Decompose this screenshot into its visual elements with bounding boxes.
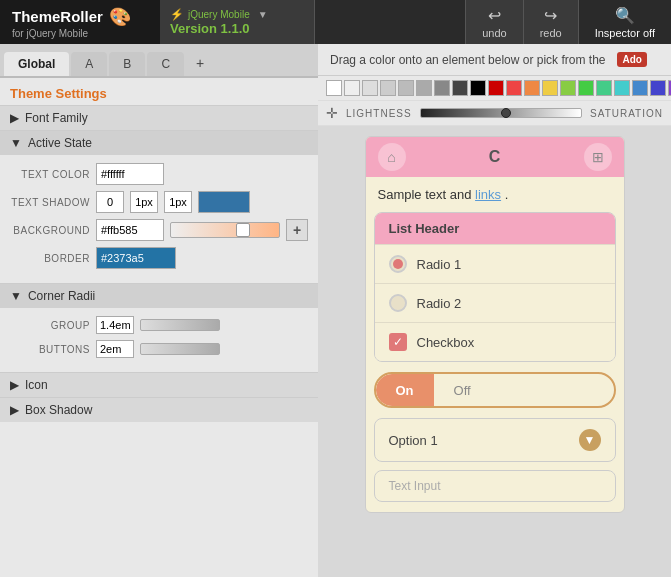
text-shadow-label: TEXT SHADOW (10, 197, 90, 208)
icon-section[interactable]: ▶ Icon (0, 372, 318, 397)
top-bar: ThemeRoller 🎨 for jQuery Mobile ⚡ jQuery… (0, 0, 671, 44)
box-shadow-section[interactable]: ▶ Box Shadow (0, 397, 318, 422)
background-slider[interactable] (170, 222, 280, 238)
checkbox-button[interactable]: ✓ (389, 333, 407, 351)
select-container[interactable]: Option 1 ▼ (374, 418, 616, 462)
tab-a[interactable]: A (71, 52, 107, 76)
border-label: BORDER (10, 253, 90, 264)
text-shadow-offset1[interactable] (96, 191, 124, 213)
list-header: List Header (375, 213, 615, 244)
checkbox-label: Checkbox (417, 335, 475, 350)
list-item-checkbox[interactable]: ✓ Checkbox (375, 322, 615, 361)
group-radius-input[interactable] (96, 316, 134, 334)
inspector-button[interactable]: 🔍 Inspector off (578, 0, 671, 44)
color-swatch-lime[interactable] (560, 80, 576, 96)
tab-b[interactable]: B (109, 52, 145, 76)
active-state-content: TEXT COLOR TEXT SHADOW BACKGROUND + (0, 155, 318, 283)
background-color-input[interactable] (96, 219, 164, 241)
buttons-radius-slider[interactable] (140, 343, 220, 355)
text-shadow-offset3[interactable] (164, 191, 192, 213)
phone-body: Sample text and links . List Header Radi… (366, 177, 624, 512)
background-label: BACKGROUND (10, 225, 90, 236)
lightness-thumb (501, 108, 511, 118)
tab-c[interactable]: C (147, 52, 184, 76)
jqm-version: Version 1.1.0 (170, 21, 304, 36)
color-swatch-red-dark[interactable] (488, 80, 504, 96)
tab-global[interactable]: Global (4, 52, 69, 76)
instruction-bar: Drag a color onto an element below or pi… (318, 44, 671, 76)
color-swatch-white[interactable] (326, 80, 342, 96)
text-color-row: TEXT COLOR (10, 163, 308, 185)
phone-header: ⌂ C ⊞ (366, 137, 624, 177)
right-panel: Drag a color onto an element below or pi… (318, 44, 671, 577)
sample-link[interactable]: links (475, 187, 501, 202)
text-input-placeholder: Text Input (389, 479, 441, 493)
list-item-radio2[interactable]: Radio 2 (375, 283, 615, 322)
section-arrow-icon: ▶ (10, 378, 19, 392)
text-input-row[interactable]: Text Input (374, 470, 616, 502)
ado-button[interactable]: Ado (617, 52, 646, 67)
text-shadow-offset2[interactable] (130, 191, 158, 213)
group-label: GROUP (10, 320, 90, 331)
color-swatch-7[interactable] (452, 80, 468, 96)
home-icon[interactable]: ⌂ (378, 143, 406, 171)
color-swatch-blue[interactable] (650, 80, 666, 96)
border-color-swatch[interactable]: #2373a5 (96, 247, 176, 269)
select-value: Option 1 (389, 433, 438, 448)
color-swatch-teal[interactable] (614, 80, 630, 96)
add-gradient-button[interactable]: + (286, 219, 308, 241)
preview-area: ⌂ C ⊞ Sample text and links . List Heade… (318, 126, 671, 577)
color-swatch-4[interactable] (398, 80, 414, 96)
color-swatch-5[interactable] (416, 80, 432, 96)
font-family-section[interactable]: ▶ Font Family (0, 105, 318, 130)
text-color-label: TEXT COLOR (10, 169, 90, 180)
radio1-button[interactable] (389, 255, 407, 273)
ls-bar: ✛ LIGHTNESS SATURATION (318, 101, 671, 126)
plus-minus-icon: ✛ (326, 105, 338, 121)
redo-button[interactable]: ↪ redo (523, 0, 578, 44)
tab-bar: Global A B C + (0, 44, 318, 78)
logo-subtitle: for jQuery Mobile (12, 28, 148, 39)
background-row: BACKGROUND + (10, 219, 308, 241)
add-tab-button[interactable]: + (186, 50, 214, 76)
group-radius-slider[interactable] (140, 319, 220, 331)
color-swatch-1[interactable] (344, 80, 360, 96)
border-row: BORDER #2373a5 (10, 247, 308, 269)
jquery-icon: ⚡ (170, 8, 184, 21)
radio2-button[interactable] (389, 294, 407, 312)
phone-mockup: ⌂ C ⊞ Sample text and links . List Heade… (365, 136, 625, 513)
jquery-mobile-selector[interactable]: ⚡ jQuery Mobile ▼ Version 1.1.0 (160, 0, 315, 44)
jqm-label: ⚡ jQuery Mobile ▼ (170, 8, 304, 21)
undo-button[interactable]: ↩ undo (465, 0, 522, 44)
toolbar-buttons: ↩ undo ↪ redo 🔍 Inspector off (465, 0, 671, 44)
buttons-radius-input[interactable] (96, 340, 134, 358)
color-swatch-yellow[interactable] (542, 80, 558, 96)
toggle-container[interactable]: On Off (374, 372, 616, 408)
toggle-on[interactable]: On (376, 374, 434, 406)
logo-graphic: 🎨 (109, 6, 131, 28)
color-swatch-6[interactable] (434, 80, 450, 96)
list-item-radio1[interactable]: Radio 1 (375, 244, 615, 283)
toggle-off[interactable]: Off (434, 374, 491, 406)
color-swatch-green[interactable] (578, 80, 594, 96)
text-shadow-color-swatch[interactable] (198, 191, 250, 213)
color-swatch-2[interactable] (362, 80, 378, 96)
list-container: List Header Radio 1 Radio 2 ✓ (374, 212, 616, 362)
buttons-row: BUTTONS (10, 340, 308, 358)
lightness-slider[interactable] (420, 108, 582, 118)
color-swatch-green-light[interactable] (596, 80, 612, 96)
section-arrow-corner: ▼ (10, 289, 22, 303)
inspector-icon: 🔍 (615, 6, 635, 25)
color-swatch-3[interactable] (380, 80, 396, 96)
color-swatch-orange[interactable] (524, 80, 540, 96)
slider-thumb (236, 223, 250, 237)
color-swatch-blue-light[interactable] (632, 80, 648, 96)
corner-radii-section[interactable]: ▼ Corner Radii (0, 283, 318, 308)
active-state-section[interactable]: ▼ Active State (0, 130, 318, 155)
theme-settings-title: Theme Settings (0, 78, 318, 105)
color-swatch-black[interactable] (470, 80, 486, 96)
color-swatch-red[interactable] (506, 80, 522, 96)
text-color-input[interactable] (96, 163, 164, 185)
radio1-label: Radio 1 (417, 257, 462, 272)
grid-icon[interactable]: ⊞ (584, 143, 612, 171)
